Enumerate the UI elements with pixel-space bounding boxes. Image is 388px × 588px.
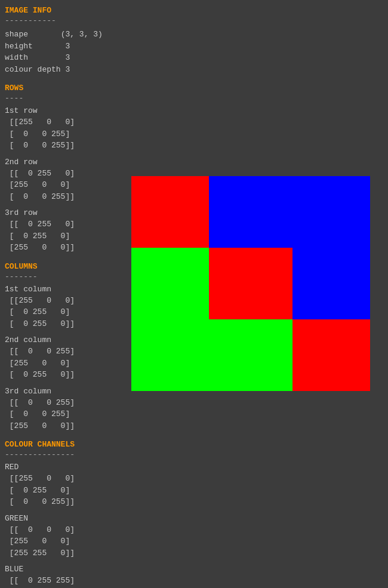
colour-channels-title: COLOUR CHANNELS — [5, 440, 121, 449]
col2-label: 2nd column — [5, 335, 121, 344]
row2-label: 2nd row — [5, 158, 121, 167]
green-subsection: GREEN [[ 0 0 0] [255 0 0] [255 255 0]] — [5, 514, 121, 559]
col3-line3: [255 0 0]] — [5, 420, 121, 432]
colour-depth-line: colour depth 3 — [5, 64, 121, 76]
col2-line1: [[ 0 0 255] — [5, 346, 121, 358]
green-line1: [[ 0 0 0] — [5, 524, 121, 536]
pixel-cell — [292, 176, 370, 248]
image-info-section: IMAGE INFO ----------- shape (3, 3, 3) h… — [5, 6, 121, 75]
image-info-title: IMAGE INFO — [5, 6, 121, 15]
col1-line1: [[255 0 0] — [5, 295, 121, 307]
row1-subsection: 1st row [[255 0 0] [ 0 0 255] [ 0 0 255]… — [5, 106, 121, 152]
columns-title: COLUMNS — [5, 262, 121, 271]
col2-line3: [ 0 255 0]] — [5, 369, 121, 381]
row2-line2: [255 0 0] — [5, 179, 121, 191]
col1-line2: [ 0 255 0] — [5, 306, 121, 318]
pixel-cell — [209, 248, 292, 319]
col3-label: 3rd column — [5, 387, 121, 396]
col2-line2: [255 0 0] — [5, 358, 121, 370]
blue-subsection: BLUE [[ 0 255 255] [ 0 0 255] [ 0 0 0]] — [5, 565, 121, 588]
row3-line3: [255 0 0]] — [5, 242, 121, 254]
red-label: RED — [5, 463, 121, 472]
col1-subsection: 1st column [[255 0 0] [ 0 255 0] [ 0 255… — [5, 285, 121, 330]
red-subsection: RED [[255 0 0] [ 0 255 0] [ 0 0 255]] — [5, 463, 121, 508]
row1-line1: [[255 0 0] — [5, 116, 121, 128]
columns-section: COLUMNS ------- 1st column [[255 0 0] [ … — [5, 262, 121, 432]
red-line1: [[255 0 0] — [5, 473, 121, 485]
rows-section: ROWS ---- 1st row [[255 0 0] [ 0 0 255] … — [5, 84, 121, 254]
row3-line1: [[ 0 255 0] — [5, 218, 121, 230]
col3-subsection: 3rd column [[ 0 0 255] [ 0 0 255] [255 0… — [5, 387, 121, 432]
blue-line1: [[ 0 255 255] — [5, 575, 121, 587]
row3-line2: [ 0 255 0] — [5, 230, 121, 242]
col3-line1: [[ 0 0 255] — [5, 397, 121, 409]
columns-divider: ------- — [5, 272, 121, 281]
green-line2: [255 0 0] — [5, 535, 121, 547]
pixel-cell — [131, 248, 209, 319]
colour-channels-section: COLOUR CHANNELS --------------- RED [[25… — [5, 440, 121, 588]
red-line2: [ 0 255 0] — [5, 485, 121, 497]
pixel-cell — [131, 176, 209, 248]
col3-line2: [ 0 0 255] — [5, 408, 121, 420]
green-label: GREEN — [5, 514, 121, 523]
pixel-cell — [209, 176, 292, 248]
row2-line1: [[ 0 255 0] — [5, 168, 121, 180]
pixel-cell — [209, 319, 292, 391]
row3-label: 3rd row — [5, 208, 121, 217]
rows-title: ROWS — [5, 84, 121, 93]
col1-line3: [ 0 255 0]] — [5, 318, 121, 330]
row2-subsection: 2nd row [[ 0 255 0] [255 0 0] [ 0 0 255]… — [5, 158, 121, 203]
col2-subsection: 2nd column [[ 0 0 255] [255 0 0] [ 0 255… — [5, 335, 121, 381]
rows-divider: ---- — [5, 94, 121, 103]
image-info-divider: ----------- — [5, 16, 121, 25]
height-line: height 3 — [5, 41, 121, 53]
pixel-cell — [292, 319, 370, 391]
pixel-cell — [292, 248, 370, 319]
col1-label: 1st column — [5, 285, 121, 294]
red-line3: [ 0 0 255]] — [5, 496, 121, 508]
blue-label: BLUE — [5, 565, 121, 574]
left-panel: IMAGE INFO ----------- shape (3, 3, 3) h… — [0, 0, 125, 588]
row3-subsection: 3rd row [[ 0 255 0] [ 0 255 0] [255 0 0]… — [5, 208, 121, 254]
pixel-grid — [131, 176, 370, 391]
row1-line2: [ 0 0 255] — [5, 128, 121, 140]
shape-line: shape (3, 3, 3) — [5, 29, 121, 41]
image-display — [131, 176, 370, 391]
pixel-cell — [131, 319, 209, 391]
row2-line3: [ 0 0 255]] — [5, 191, 121, 203]
row1-label: 1st row — [5, 106, 121, 115]
green-line3: [255 255 0]] — [5, 547, 121, 559]
row1-line3: [ 0 0 255]] — [5, 140, 121, 152]
width-line: width 3 — [5, 52, 121, 64]
colour-channels-divider: --------------- — [5, 450, 121, 459]
